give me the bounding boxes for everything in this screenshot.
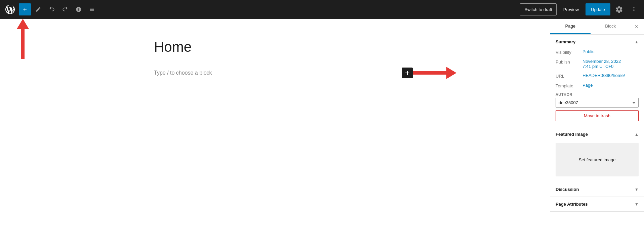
arrow-up-indicator — [17, 19, 29, 59]
url-value[interactable]: HEADER:8890/home/ — [582, 73, 639, 78]
publish-label: Publish — [556, 59, 582, 65]
tab-page[interactable]: Page — [550, 19, 591, 34]
redo-button[interactable] — [59, 3, 71, 15]
page-title[interactable]: Home — [154, 39, 396, 55]
page-attributes-section: Page Attributes ▼ — [550, 197, 644, 212]
discussion-section: Discussion ▼ — [550, 182, 644, 197]
template-label: Template — [556, 83, 582, 88]
toolbar-right: Switch to draft Preview Update — [520, 3, 640, 15]
featured-image-title: Featured image — [556, 132, 588, 137]
url-row: URL HEADER:8890/home/ — [556, 73, 639, 79]
block-placeholder-row[interactable]: Type / to choose a block — [154, 69, 396, 77]
summary-chevron-icon: ▲ — [635, 40, 639, 44]
publish-row: Publish November 28, 2022 7:41 pm UTC+0 — [556, 59, 639, 69]
set-featured-image-label: Set featured image — [579, 157, 616, 162]
toolbar-left: + — [4, 3, 98, 15]
edit-button[interactable] — [32, 3, 44, 15]
wp-logo-icon[interactable] — [4, 3, 16, 15]
publish-value[interactable]: November 28, 2022 7:41 pm UTC+0 — [582, 59, 639, 69]
arrow-right-indicator — [413, 67, 456, 79]
featured-image-section: Featured image ▲ Set featured image — [550, 127, 644, 182]
main-area: Home Type / to choose a block Page Block — [0, 19, 644, 249]
summary-section-body: Visibility Public Publish November 28, 2… — [550, 49, 644, 127]
author-label: AUTHOR — [556, 92, 639, 96]
summary-title: Summary — [556, 39, 575, 44]
author-select[interactable]: dee35007 — [556, 98, 639, 108]
list-view-button[interactable] — [86, 3, 98, 15]
more-options-button[interactable] — [628, 3, 640, 15]
info-button[interactable] — [73, 3, 85, 15]
sidebar-tabs: Page Block — [550, 19, 644, 35]
tab-block[interactable]: Block — [591, 19, 631, 34]
toolbar: + Switch to draft Preview Update — [0, 0, 644, 19]
discussion-chevron-icon: ▼ — [635, 187, 639, 192]
add-block-button[interactable]: + — [19, 3, 31, 15]
settings-button[interactable] — [613, 3, 625, 15]
summary-section-header[interactable]: Summary ▲ — [550, 35, 644, 49]
page-attributes-section-header[interactable]: Page Attributes ▼ — [550, 197, 644, 211]
summary-section: Summary ▲ Visibility Public Publish Nove… — [550, 35, 644, 127]
editor-area[interactable]: Home Type / to choose a block — [0, 19, 550, 249]
block-placeholder-text: Type / to choose a block — [154, 70, 396, 76]
move-to-trash-button[interactable]: Move to trash — [556, 110, 639, 121]
visibility-value[interactable]: Public — [582, 49, 639, 54]
sidebar: Page Block Summary ▲ Visibility Public P… — [550, 19, 644, 249]
featured-image-header[interactable]: Featured image ▲ — [550, 127, 644, 141]
add-block-inline-button[interactable] — [402, 68, 413, 78]
template-row: Template Page — [556, 83, 639, 88]
template-value[interactable]: Page — [582, 83, 639, 88]
discussion-title: Discussion — [556, 187, 579, 192]
preview-button[interactable]: Preview — [559, 3, 583, 15]
featured-image-body: Set featured image — [550, 143, 644, 182]
url-label: URL — [556, 73, 582, 79]
visibility-label: Visibility — [556, 49, 582, 55]
set-featured-image-button[interactable]: Set featured image — [556, 143, 639, 176]
page-attributes-chevron-icon: ▼ — [635, 202, 639, 207]
update-button[interactable]: Update — [586, 3, 610, 15]
editor-content: Home Type / to choose a block — [154, 39, 396, 77]
close-sidebar-button[interactable] — [631, 20, 643, 33]
switch-to-draft-button[interactable]: Switch to draft — [520, 3, 556, 15]
discussion-section-header[interactable]: Discussion ▼ — [550, 182, 644, 197]
featured-image-chevron-icon: ▲ — [635, 132, 639, 137]
page-attributes-title: Page Attributes — [556, 202, 588, 207]
visibility-row: Visibility Public — [556, 49, 639, 55]
author-wrap: AUTHOR dee35007 — [556, 92, 639, 108]
undo-button[interactable] — [46, 3, 58, 15]
